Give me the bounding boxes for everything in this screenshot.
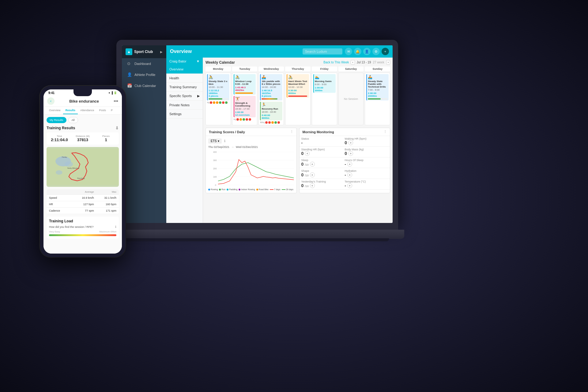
phone-tab-overview[interactable]: Overview	[47, 107, 63, 114]
body-mass-add-btn[interactable]: +	[348, 151, 353, 156]
morning-monitoring-body: Status - Waking HR (bpm) 0 +	[300, 136, 390, 190]
avatar-icon[interactable]: 👤	[363, 48, 371, 55]
rpe-info-icon[interactable]: ℹ	[115, 225, 116, 228]
nav-item-health[interactable]: Health	[166, 74, 203, 83]
search-input[interactable]	[303, 48, 342, 55]
metric-selector[interactable]: ETS ▾	[208, 138, 222, 144]
info-icon[interactable]: ℹ	[224, 139, 225, 143]
shape-add-btn[interactable]: +	[310, 172, 315, 177]
nav-item-private-notes[interactable]: Private Notes	[166, 101, 203, 110]
phone-tab-p[interactable]: P	[108, 107, 115, 114]
phone-tab-attendance[interactable]: Attendance	[78, 107, 97, 114]
cal-event-wednesday-1[interactable]: 🚣 16k paddle with 8 x 500m pieces 14:00 …	[260, 74, 282, 100]
monitoring-hours-sleep: Hours Of Sleep - +	[345, 159, 388, 167]
yesterday-add-btn[interactable]: +	[310, 183, 315, 188]
laptop-sidebar: ▲ Sport Club ▶ ⊙ Dashboard 👤 Athlete Pro…	[122, 45, 166, 223]
brand-arrow-icon: ▶	[160, 50, 163, 54]
date-to: Wed 01/Dec/2021	[236, 145, 258, 149]
sidebar-brand[interactable]: ▲ Sport Club ▶	[122, 45, 166, 58]
sidebar-item-athlete-profile[interactable]: 👤 Athlete Profile	[122, 69, 166, 80]
hours-sleep-add-btn[interactable]: +	[347, 162, 352, 167]
monitoring-hydration: Hydration - +	[345, 169, 388, 177]
cal-event-tuesday-1[interactable]: 🚴 Windsor Loop 9:00 - 11:00 1:43:48.3484…	[234, 74, 256, 95]
col-max-header: Max	[94, 190, 116, 193]
download-icon[interactable]: ⬇	[115, 126, 119, 130]
distance-stat: Distance (M) 37813	[72, 135, 93, 142]
cal-day-wednesday[interactable]: 🚣 16k paddle with 8 x 500m pieces 14:00 …	[258, 73, 284, 125]
pieces-label: Pieces	[96, 135, 116, 138]
cal-day-tuesday[interactable]: 🚴 Windsor Loop 9:00 - 11:00 1:43:48.3484…	[232, 73, 258, 125]
svg-text:Skarsberg: Skarsberg	[77, 177, 85, 179]
hours-sleep-label: Hours Of Sleep	[345, 159, 388, 162]
sidebar-item-club-calendar[interactable]: 📅 Club Calendar	[122, 80, 166, 91]
cal-day-monday[interactable]: 🚴 Steady State 3 x 6km 10:00 - 11:30 1:1…	[205, 73, 231, 125]
nav-item-specific-sports[interactable]: Specific Sports ▶	[166, 92, 203, 101]
training-load-section: Training Load How did you find the sessi…	[47, 217, 119, 239]
table-header: Average Max	[47, 189, 119, 195]
monitoring-status: Status -	[301, 137, 345, 145]
swim-icon: 🏊	[315, 75, 335, 79]
my-results-btn[interactable]: My Results	[47, 117, 66, 123]
progress-fill-3	[262, 98, 277, 100]
sidebar-item-dashboard[interactable]: ⊙ Dashboard	[122, 58, 166, 69]
cal-day-friday[interactable]: 🏊 Morning Swim 8:00 - 9:00 1:00:003000m	[312, 73, 337, 125]
athlete-selector[interactable]: Craig Bator ▼	[166, 58, 203, 65]
phone-back-button[interactable]: ‹	[47, 97, 55, 105]
sleep-add-btn[interactable]: +	[310, 162, 315, 167]
cal-event-friday-1[interactable]: 🏊 Morning Swim 8:00 - 9:00 1:00:003000m	[313, 74, 336, 93]
distance-label: Distance (M)	[72, 135, 93, 138]
morning-monitoring-header: Morning Monitoring ⋮	[300, 128, 390, 136]
training-scores-title: Training Scores / Daily	[209, 130, 245, 134]
hydration-add-btn[interactable]: +	[347, 172, 352, 177]
nav-settings-label: Settings	[169, 112, 182, 116]
cal-event-thursday-1[interactable]: 🚴 Hard 30min Test Maximal Effort 10:00 -…	[287, 74, 309, 98]
col-avg-header: Average	[71, 190, 94, 193]
morning-monitoring-menu[interactable]: ⋮	[383, 130, 387, 134]
add-icon[interactable]: +	[382, 48, 389, 55]
map-svg: Parsby Norby Månsdott Skarsberg	[47, 147, 119, 187]
mail-icon[interactable]: ✉	[345, 48, 352, 55]
nav-item-overview[interactable]: Overview	[166, 65, 203, 74]
nav-item-settings[interactable]: Settings	[166, 110, 203, 119]
nav-item-training-summary[interactable]: Training Summary	[166, 83, 203, 92]
phone-header: ‹ Bike endurance •••	[43, 96, 122, 107]
prev-week-btn[interactable]: ‹	[351, 60, 355, 65]
standing-hr-add-btn[interactable]: +	[305, 151, 310, 156]
training-scores-menu[interactable]: ⋮	[290, 130, 293, 134]
all-results-btn[interactable]: All	[68, 117, 78, 123]
next-week-btn[interactable]: ›	[386, 60, 390, 65]
calendar-area: Weekly Calendar Back to This Week ‹ Jul …	[203, 58, 393, 223]
nav-training-label: Training Summary	[169, 85, 197, 89]
notification-icon[interactable]: 🔔	[354, 48, 361, 55]
svg-point-13	[56, 170, 62, 175]
yesterday-label: Yesterday's Training	[301, 180, 345, 183]
temperature-add-btn[interactable]: +	[347, 183, 352, 188]
settings-icon[interactable]: ⚙	[372, 48, 380, 55]
cal-event-title-4: 16k paddle with 8 x 500m pieces	[262, 80, 281, 85]
phone-tab-posts[interactable]: Posts	[97, 107, 109, 114]
phone-tab-results[interactable]: Results	[63, 107, 78, 114]
rpe-slider-track[interactable]	[49, 234, 116, 236]
cal-event-wednesday-2[interactable]: 🏃 Recovery Run 18:00 - 18:40 0:40:008000…	[260, 102, 282, 120]
cal-event-time-6: 10:00 - 10:30	[288, 86, 308, 89]
cal-event-time-8: 7:00 - 9:00	[368, 89, 388, 91]
back-to-week-link[interactable]: Back to This Week	[323, 61, 349, 64]
cal-day-thursday[interactable]: 🚴 Hard 30min Test Maximal Effort 10:00 -…	[285, 73, 311, 125]
cal-event-tuesday-2[interactable]: 🏋️ Strength & Conditioning 16:30 - 17:30…	[234, 96, 256, 117]
cal-day-sunday[interactable]: 🚣 Steady State Paddle with Technical Dri…	[365, 73, 390, 125]
cal-event-sunday-1[interactable]: 🚣 Steady State Paddle with Technical Dri…	[366, 74, 389, 100]
cal-event-title-3: Strength & Conditioning	[235, 102, 255, 107]
hours-sleep-row: - +	[345, 162, 388, 167]
brand-name: Sport Club	[134, 50, 153, 54]
sleep-label: Sleep	[301, 159, 345, 162]
rpe-question-row: How did you find the session / RPE? ℹ	[49, 225, 116, 228]
page-title: Overview	[170, 49, 300, 54]
svg-text:0: 0	[215, 184, 216, 186]
phone-menu-button[interactable]: •••	[114, 99, 118, 104]
waking-hr-add-btn[interactable]: +	[348, 140, 353, 145]
cal-event-monday-1[interactable]: 🚴 Steady State 3 x 6km 10:00 - 11:30 1:1…	[207, 74, 229, 100]
event-progress-bar	[209, 98, 228, 100]
status-label: Status	[301, 137, 345, 140]
svg-text:100: 100	[213, 176, 217, 178]
week-navigation: Back to This Week ‹ Jul 13 - 19 27 week …	[323, 60, 390, 65]
